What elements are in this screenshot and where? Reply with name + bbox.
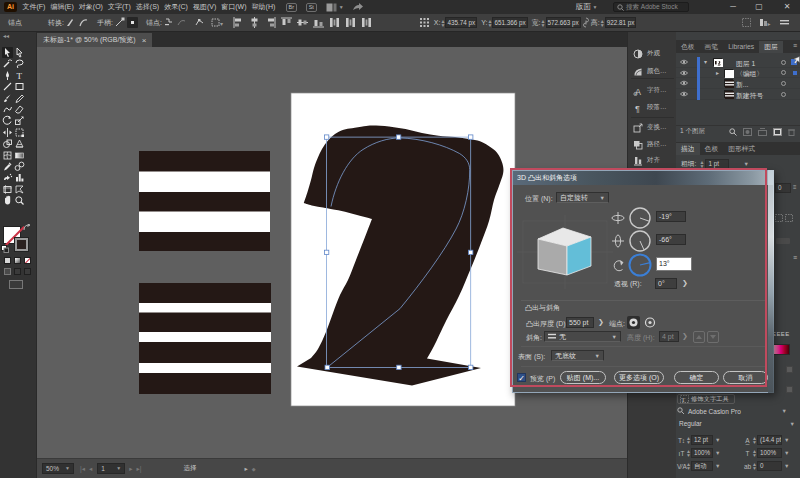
tab-libraries[interactable]: Libraries: [723, 41, 759, 53]
x-field[interactable]: 435.74 px: [445, 17, 477, 28]
tool-perspective-grid[interactable]: [14, 138, 25, 149]
tool-symbol-sprayer[interactable]: [2, 172, 13, 183]
menu-item-4[interactable]: 选择(S): [133, 0, 161, 14]
panel-shortcut-color[interactable]: 颜色…: [628, 64, 677, 79]
draw-inside-icon[interactable]: [24, 268, 31, 275]
tab-close-icon[interactable]: ×: [142, 36, 147, 45]
align-options-icon[interactable]: ▸: [759, 17, 770, 28]
transform-options-icon[interactable]: [741, 17, 752, 28]
reference-point-icon[interactable]: [419, 17, 430, 28]
share-icon[interactable]: [352, 2, 364, 13]
tool-gradient[interactable]: [14, 150, 25, 161]
tool-selection[interactable]: [2, 47, 13, 58]
status-expand-icon[interactable]: ▸: [244, 465, 247, 473]
tool-scale[interactable]: [14, 115, 25, 126]
font-size-field[interactable]: 12 pt: [691, 435, 713, 445]
swap-fill-stroke-icon[interactable]: [23, 224, 32, 232]
kerning-dropdown-icon[interactable]: ▼: [715, 463, 720, 469]
vertical-scale-field[interactable]: 100%: [691, 448, 713, 458]
gradient-mode-icon[interactable]: [14, 257, 21, 264]
visibility-eye-icon[interactable]: [680, 91, 688, 97]
layer-thumbnail[interactable]: [713, 58, 722, 66]
distribute-spacing-icon[interactable]: [361, 17, 372, 28]
tool-line-segment[interactable]: [2, 81, 13, 92]
tab-brushes[interactable]: 画笔: [700, 41, 724, 53]
artboard-nav-field[interactable]: 1▼: [97, 463, 125, 474]
font-family-row[interactable]: Adobe Caslon Pro ▼: [677, 407, 787, 415]
tab-stroke[interactable]: 描边: [676, 143, 700, 155]
distribute-horizontal-icon[interactable]: [345, 17, 356, 28]
panel-shortcut-pathfinder[interactable]: 路径…: [628, 137, 677, 152]
draw-normal-icon[interactable]: [4, 268, 11, 275]
minimize-button[interactable]: ─: [722, 0, 744, 14]
tool-lasso[interactable]: [14, 58, 25, 69]
stroke-weight-stepper[interactable]: ▲▼: [699, 160, 704, 168]
layer-row-2[interactable]: 新...: [676, 78, 800, 89]
tool-hand[interactable]: [2, 195, 13, 206]
menu-item-0[interactable]: 文件(F): [20, 0, 48, 14]
tool-slice[interactable]: [14, 184, 25, 195]
collapse-tools-icon[interactable]: ◂◂: [0, 32, 36, 40]
leading-field[interactable]: (14.4 pt): [757, 435, 782, 445]
convert-corner-icon[interactable]: [65, 17, 76, 28]
layers-panel-menu-icon[interactable]: ≡: [793, 42, 797, 49]
remove-anchor-icon[interactable]: [163, 17, 174, 28]
panel-shortcut-align[interactable]: 对齐: [628, 153, 677, 168]
prev-artboard-icon[interactable]: ◂: [89, 465, 92, 473]
layer-target-icon[interactable]: [781, 60, 786, 65]
show-handles-icon[interactable]: [114, 17, 125, 28]
none-mode-icon[interactable]: [24, 257, 31, 264]
layer-target-icon[interactable]: [781, 92, 786, 97]
align-top-icon[interactable]: [281, 17, 292, 28]
layer-target-icon[interactable]: [781, 81, 786, 86]
horizontal-scale-field[interactable]: 100%: [757, 448, 782, 458]
menu-item-3[interactable]: 文字(T): [105, 0, 133, 14]
menu-item-1[interactable]: 编辑(E): [48, 0, 76, 14]
tracking-field[interactable]: 0: [757, 461, 782, 471]
tool-magic-wand[interactable]: [2, 58, 13, 69]
menu-item-7[interactable]: 窗口(W): [219, 0, 249, 14]
tool-zoom[interactable]: [14, 195, 25, 206]
layer-thumbnail[interactable]: [724, 79, 733, 87]
width-field[interactable]: 572.663 px: [546, 17, 581, 28]
close-button[interactable]: ✕: [776, 0, 798, 14]
leading-dropdown-icon[interactable]: ▼: [784, 437, 789, 443]
kerning-field[interactable]: 自动: [691, 461, 713, 471]
tab-swatches[interactable]: 色板: [676, 41, 700, 53]
arrange-documents-icon[interactable]: ▼: [326, 3, 344, 12]
font-size-dropdown-icon[interactable]: ▼: [715, 437, 720, 443]
layer-name[interactable]: 新建符号: [736, 91, 763, 101]
screen-mode-icon[interactable]: [9, 280, 23, 289]
last-artboard-icon[interactable]: ▸|: [136, 465, 141, 473]
tool-shape-builder[interactable]: [2, 138, 13, 149]
visibility-eye-icon[interactable]: [680, 80, 688, 86]
tool-free-transform[interactable]: [14, 127, 25, 138]
stock-icon[interactable]: St: [306, 3, 317, 12]
select-similar-icon[interactable]: ▾: [211, 17, 222, 28]
tool-column-graph[interactable]: [14, 172, 25, 183]
next-artboard-icon[interactable]: ▸: [129, 465, 132, 473]
tool-width[interactable]: [2, 127, 13, 138]
y-field[interactable]: 651.366 px: [492, 17, 527, 28]
hide-handles-icon[interactable]: [127, 17, 138, 28]
isolate-icon[interactable]: [194, 17, 205, 28]
tool-pencil[interactable]: [14, 93, 25, 104]
color-mode-icon[interactable]: [4, 257, 11, 264]
group-selected-indicator[interactable]: [793, 71, 798, 76]
layer-row-3[interactable]: 新建符号: [676, 89, 800, 100]
layer-expander-icon[interactable]: ▸: [716, 68, 719, 78]
tab-swatches-2[interactable]: 色板: [700, 143, 724, 155]
tool-type[interactable]: T: [14, 70, 25, 81]
tool-blend[interactable]: [14, 161, 25, 172]
search-input[interactable]: 搜索 Adobe Stock: [613, 2, 689, 12]
first-artboard-icon[interactable]: |◂: [80, 465, 85, 473]
tool-mesh[interactable]: [2, 150, 13, 161]
horizontal-scale-dropdown-icon[interactable]: ▼: [784, 450, 789, 456]
connect-anchor-icon[interactable]: [176, 17, 187, 28]
locate-object-icon[interactable]: [729, 128, 737, 136]
tab-layers[interactable]: 图层: [759, 41, 783, 53]
panel-shortcut-transform[interactable]: 变换…: [628, 120, 677, 135]
panel-shortcut-appearance[interactable]: 外观: [628, 46, 677, 61]
layer-thumbnail[interactable]: [724, 69, 733, 77]
app-logo-icon[interactable]: Ai: [4, 2, 17, 12]
